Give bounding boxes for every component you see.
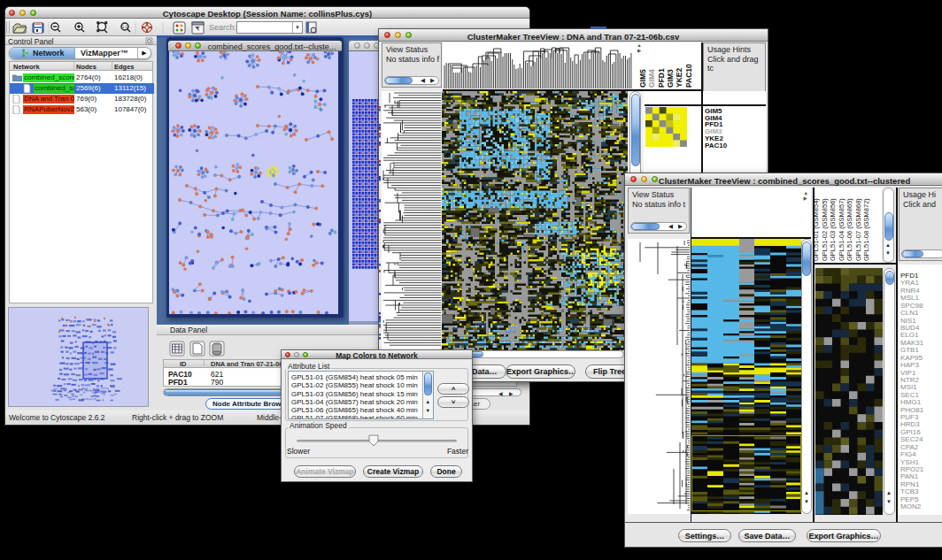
svg-text:Search:: Search: — [209, 23, 236, 32]
svg-text:1:1: 1:1 — [122, 25, 128, 29]
